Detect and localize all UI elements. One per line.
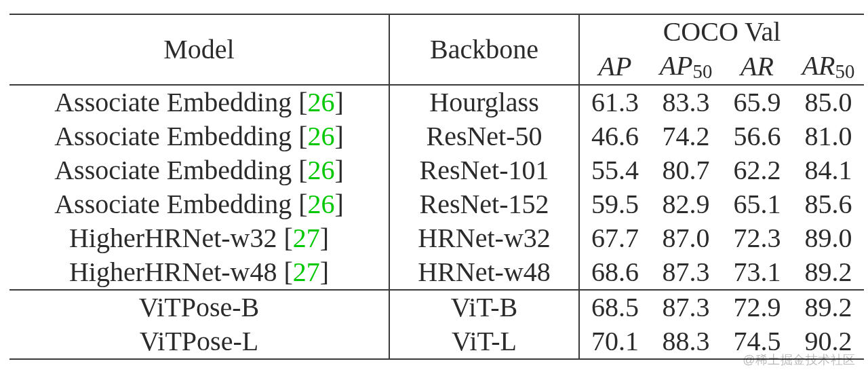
cell-model: ViTPose-L [9,324,389,359]
col-header-ar: AR [722,49,793,85]
cell-ap: 55.4 [579,153,650,187]
cell-ar50: 85.6 [793,187,864,221]
cell-ar50: 89.2 [793,290,864,324]
table-row: Associate Embedding [26] ResNet-50 46.6 … [9,119,864,153]
table-row: Associate Embedding [26] ResNet-152 59.5… [9,187,864,221]
cell-ar: 56.6 [722,119,793,153]
citation-ref: 27 [293,257,320,287]
table-row: HigherHRNet-w32 [27] HRNet-w32 67.7 87.0… [9,221,864,255]
col-header-backbone: Backbone [389,14,579,85]
col-header-cocoval: COCO Val [579,14,864,49]
cell-model: Associate Embedding [26] [9,153,389,187]
cell-ar50: 81.0 [793,119,864,153]
cell-ap50: 80.7 [650,153,722,187]
cell-ar50: 89.2 [793,255,864,290]
cell-ap: 67.7 [579,221,650,255]
cell-ap50: 82.9 [650,187,722,221]
cell-ar: 73.1 [722,255,793,290]
cell-ap50: 87.3 [650,255,722,290]
cell-backbone: ResNet-50 [389,119,579,153]
cell-backbone: HRNet-w32 [389,221,579,255]
cell-backbone: ResNet-152 [389,187,579,221]
cell-model: HigherHRNet-w48 [27] [9,255,389,290]
cell-ap: 70.1 [579,324,650,359]
cell-ap: 59.5 [579,187,650,221]
cell-ap: 61.3 [579,85,650,119]
cell-ar50: 84.1 [793,153,864,187]
cell-ap50: 74.2 [650,119,722,153]
table-row: Associate Embedding [26] ResNet-101 55.4… [9,153,864,187]
cell-ar: 72.3 [722,221,793,255]
cell-model: Associate Embedding [26] [9,85,389,119]
cell-ap50: 87.0 [650,221,722,255]
cell-backbone: ResNet-101 [389,153,579,187]
cell-ap: 46.6 [579,119,650,153]
cell-model: HigherHRNet-w32 [27] [9,221,389,255]
watermark-text: @稀土掘金技术社区 [743,352,856,368]
cell-ar50: 89.0 [793,221,864,255]
table-row: Associate Embedding [26] Hourglass 61.3 … [9,85,864,119]
citation-ref: 27 [293,223,320,253]
cell-model: Associate Embedding [26] [9,119,389,153]
col-header-ap: AP [579,49,650,85]
cell-backbone: ViT-L [389,324,579,359]
cell-backbone: ViT-B [389,290,579,324]
cell-ar: 65.9 [722,85,793,119]
cell-ap50: 87.3 [650,290,722,324]
cell-ar: 72.9 [722,290,793,324]
cell-ap50: 83.3 [650,85,722,119]
table-row: ViTPose-L ViT-L 70.1 88.3 74.5 90.2 [9,324,864,359]
cell-ar50: 85.0 [793,85,864,119]
citation-ref: 26 [307,121,334,151]
col-header-ap50: AP50 [650,49,722,85]
citation-ref: 26 [307,189,334,219]
cell-model: ViTPose-B [9,290,389,324]
cell-backbone: Hourglass [389,85,579,119]
cell-model: Associate Embedding [26] [9,187,389,221]
results-table: Model Backbone COCO Val AP AP50 AR AR50 … [9,14,864,360]
citation-ref: 26 [307,155,334,185]
table-row: ViTPose-B ViT-B 68.5 87.3 72.9 89.2 [9,290,864,324]
col-header-model: Model [9,14,389,85]
citation-ref: 26 [307,87,334,117]
cell-ap50: 88.3 [650,324,722,359]
cell-ap: 68.5 [579,290,650,324]
table-row: HigherHRNet-w48 [27] HRNet-w48 68.6 87.3… [9,255,864,290]
cell-ap: 68.6 [579,255,650,290]
col-header-ar50: AR50 [793,49,864,85]
cell-ar: 65.1 [722,187,793,221]
cell-backbone: HRNet-w48 [389,255,579,290]
cell-ar: 62.2 [722,153,793,187]
